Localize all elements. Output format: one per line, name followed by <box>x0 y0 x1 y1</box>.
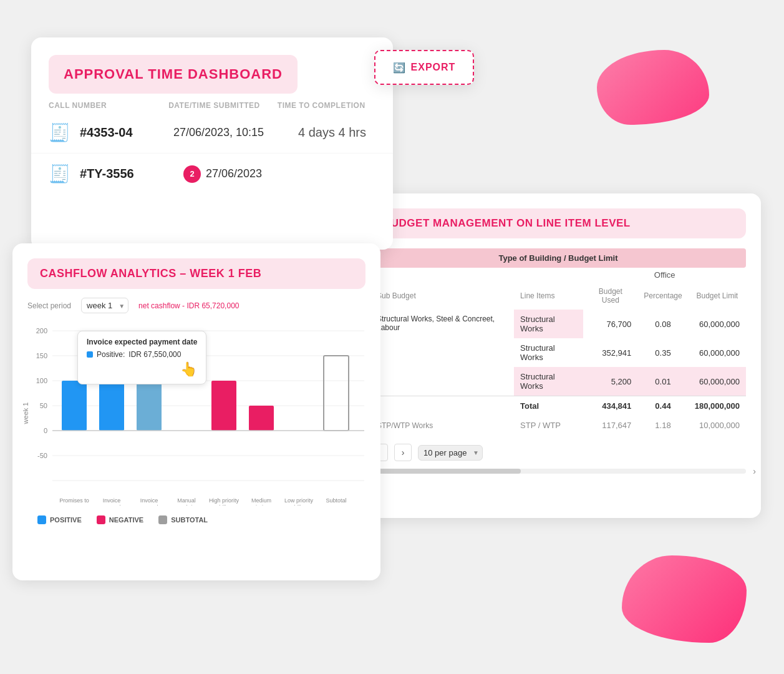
svg-text:bills: bills <box>219 504 229 506</box>
budget-used-cell-3: 5,200 <box>583 367 637 396</box>
cashflow-title: CASHFLOW ANALYTICS – WEEK 1 FEB <box>40 267 353 280</box>
call-number-2: #TY-3556 <box>80 167 173 181</box>
svg-text:-50: -50 <box>37 452 47 459</box>
export-button[interactable]: 🔄 EXPORT <box>374 50 474 85</box>
svg-text:Subtotal: Subtotal <box>326 497 346 504</box>
date-submitted-2: 27/06/2023 <box>206 167 331 180</box>
chart-area: week 1 Invoice expected payment date Pos… <box>12 318 380 508</box>
legend-positive: POSITIVE <box>37 515 82 524</box>
line-item-cell-3: Structural Works <box>514 367 583 396</box>
tooltip-positive-label: Positive: <box>97 350 125 359</box>
legend-subtotal-dot <box>158 515 167 524</box>
legend-negative-label: NEGATIVE <box>109 516 143 524</box>
svg-text:High priority: High priority <box>209 497 240 504</box>
period-select[interactable]: week 1 week 2 week 3 <box>81 298 128 313</box>
cashflow-header: CASHFLOW ANALYTICS – WEEK 1 FEB <box>27 258 365 289</box>
scroll-right-arrow[interactable]: › <box>753 466 756 476</box>
budget-pagination: ‹ › 10 per page 25 per page 50 per page … <box>356 435 761 461</box>
budget-used-header: Budget Used <box>583 282 637 310</box>
table-row-total: Total 434,841 0.44 180,000,000 <box>370 396 746 416</box>
approval-dashboard-header: APPROVAL TIME DASHBOARD <box>49 55 298 94</box>
period-select-wrapper[interactable]: week 1 week 2 week 3 ▼ <box>81 298 128 313</box>
svg-text:Low priority: Low priority <box>284 497 314 504</box>
legend-subtotal: SUBTOTAL <box>158 515 208 524</box>
legend-subtotal-label: SUBTOTAL <box>171 516 208 524</box>
tooltip-positive-value: IDR 67,550,000 <box>128 350 181 359</box>
receipt-icon-2: 🧾 <box>49 164 71 184</box>
col-header-date-submitted: DATE/TIME SUBMITTED <box>168 101 278 110</box>
svg-text:expected...: expected... <box>135 504 163 506</box>
partial-sub-budget: STP/WTP Works <box>370 416 514 435</box>
svg-text:150: 150 <box>36 352 47 359</box>
row-badge: 2 <box>183 165 201 183</box>
legend-negative: NEGATIVE <box>97 515 143 524</box>
per-page-select-wrapper[interactable]: 10 per page 25 per page 50 per page ▼ <box>418 445 483 461</box>
net-cashflow-label: net cashflow - IDR 65,720,000 <box>138 301 239 310</box>
budget-table-wrapper: Type of Building / Budget Limit Office S… <box>356 238 761 435</box>
per-page-select[interactable]: 10 per page 25 per page 50 per page <box>418 445 483 461</box>
svg-text:pay...: pay... <box>67 504 80 506</box>
svg-text:50: 50 <box>40 402 47 409</box>
decorative-blob-bottom <box>622 555 747 643</box>
svg-text:Promises to: Promises to <box>59 497 89 504</box>
line-items-header: Line Items <box>514 282 583 310</box>
total-budget-used: 434,841 <box>583 396 637 416</box>
svg-text:priority...: priority... <box>251 504 272 506</box>
percentage-cell-3: 0.01 <box>637 367 688 396</box>
empty-header <box>370 268 583 282</box>
line-item-cell-2: Structural Works <box>514 338 583 367</box>
budget-used-cell-2: 352,941 <box>583 338 637 367</box>
page-container: APPROVAL TIME DASHBOARD CALL NUMBER DATE… <box>0 0 784 674</box>
total-budget-limit: 180,000,000 <box>689 396 746 416</box>
select-period-label: Select period <box>27 301 71 310</box>
horizontal-scrollbar[interactable]: ‹ › <box>370 469 746 474</box>
total-line-item: Total <box>514 396 583 416</box>
call-number-1: #4353-04 <box>80 125 173 140</box>
legend-positive-label: POSITIVE <box>50 516 82 524</box>
svg-text:Invoice: Invoice <box>140 497 158 504</box>
budget-table: Type of Building / Budget Limit Office S… <box>370 248 746 435</box>
svg-rect-13 <box>62 381 87 431</box>
tooltip-legend-row: Positive: IDR 67,550,000 <box>87 350 197 359</box>
tooltip-positive-dot <box>87 351 93 358</box>
total-label-cell <box>370 396 514 416</box>
chart-legend: POSITIVE NEGATIVE SUBTOTAL <box>12 508 380 524</box>
svg-text:cash-in: cash-in <box>177 504 195 506</box>
svg-rect-17 <box>249 406 274 431</box>
chart-y-axis-label: week 1 <box>22 403 29 424</box>
budget-management-card: BUDGET MANAGEMENT ON LINE ITEM LEVEL Typ… <box>356 193 761 518</box>
approval-column-headers: CALL NUMBER DATE/TIME SUBMITTED TIME TO … <box>31 94 393 112</box>
cashflow-controls: Select period week 1 week 2 week 3 ▼ net… <box>12 289 380 318</box>
partial-percentage: 1.18 <box>637 416 688 435</box>
svg-text:bills: bills <box>294 504 304 506</box>
budget-header: BUDGET MANAGEMENT ON LINE ITEM LEVEL <box>370 208 746 238</box>
export-label: EXPORT <box>411 62 456 73</box>
partial-budget-used: 117,647 <box>583 416 637 435</box>
export-icon: 🔄 <box>393 62 406 74</box>
svg-text:Manual: Manual <box>177 497 196 504</box>
decorative-blob-top <box>597 50 709 125</box>
budget-limit-cell-3: 60,000,000 <box>689 367 746 396</box>
table-row: Structural Works, Steel & Concreet, Labo… <box>370 310 746 338</box>
type-building-header: Type of Building / Budget Limit <box>370 248 746 268</box>
chart-tooltip: Invoice expected payment date Positive: … <box>77 331 206 384</box>
budget-limit-cell-2: 60,000,000 <box>689 338 746 367</box>
budget-used-cell-1: 76,700 <box>583 310 637 338</box>
receipt-icon-1: 🧾 <box>49 122 71 143</box>
legend-positive-dot <box>37 515 46 524</box>
line-item-cell-1: Structural Works <box>514 310 583 338</box>
budget-limit-header: Budget Limit <box>689 282 746 310</box>
scrollbar-thumb[interactable] <box>370 469 521 474</box>
next-page-button[interactable]: › <box>394 444 412 461</box>
percentage-cell-2: 0.35 <box>637 338 688 367</box>
table-row-partial: STP/WTP Works STP / WTP 117,647 1.18 10,… <box>370 416 746 435</box>
budget-title: BUDGET MANAGEMENT ON LINE ITEM LEVEL <box>383 217 733 230</box>
svg-rect-16 <box>211 381 236 431</box>
svg-text:100: 100 <box>36 377 47 384</box>
sub-budget-header: Sub Budget <box>370 282 514 310</box>
approval-dashboard-title: APPROVAL TIME DASHBOARD <box>64 66 283 82</box>
approval-dashboard-card: APPROVAL TIME DASHBOARD CALL NUMBER DATE… <box>31 37 393 250</box>
tooltip-title: Invoice expected payment date <box>87 338 197 346</box>
svg-text:expected...: expected... <box>98 504 125 506</box>
cashflow-analytics-card: CASHFLOW ANALYTICS – WEEK 1 FEB Select p… <box>12 243 380 580</box>
